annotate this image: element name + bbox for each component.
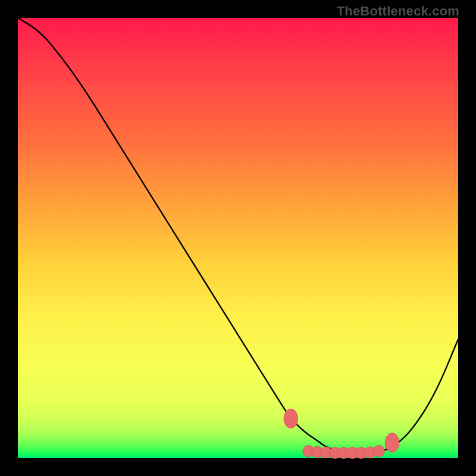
chart-svg xyxy=(18,18,458,458)
marker-dot xyxy=(284,409,298,428)
watermark-label: TheBottleneck.com xyxy=(337,4,459,19)
marker-dot xyxy=(373,446,384,457)
curve-markers xyxy=(284,409,399,459)
curve-line xyxy=(18,18,458,453)
marker-dot xyxy=(385,433,399,453)
